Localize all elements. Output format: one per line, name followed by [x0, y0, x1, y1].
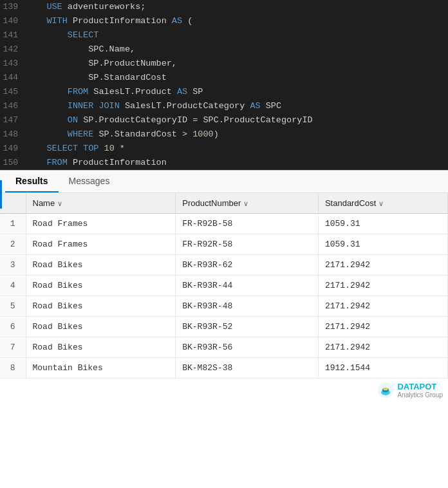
line-number: 147 — [0, 113, 26, 127]
code-line: 142 SPC.Name, — [0, 42, 448, 57]
name-cell: Road Bikes — [26, 317, 176, 337]
standard-cost-cell: 1059.31 — [318, 214, 447, 234]
code-line: 139 USE adventureworks; — [0, 0, 448, 14]
results-area: Results Messages Name∨ProductNumber∨Stan… — [0, 171, 448, 402]
name-cell: Road Bikes — [26, 337, 176, 358]
standard-cost-cell: 1912.1544 — [318, 358, 447, 379]
line-number: 150 — [0, 156, 26, 170]
standard-cost-cell: 2171.2942 — [318, 276, 447, 296]
table-row: 4Road BikesBK-R93R-442171.2942 — [0, 276, 448, 296]
row-number-cell: 6 — [0, 317, 26, 337]
table-column-header[interactable] — [0, 193, 26, 214]
row-number-cell: 5 — [0, 296, 26, 317]
tab-results[interactable]: Results — [5, 171, 59, 192]
row-number-cell: 8 — [0, 358, 26, 379]
standard-cost-cell: 2171.2942 — [318, 255, 447, 276]
table-column-header[interactable]: ProductNumber∨ — [176, 193, 319, 214]
line-content: SP.ProductNumber, — [26, 57, 448, 71]
code-line: 145 FROM SalesLT.Product AS SP — [0, 85, 448, 99]
datapot-logo-icon — [377, 381, 395, 399]
table-row: 5Road BikesBK-R93R-482171.2942 — [0, 296, 448, 317]
product-number-cell: BK-R93R-56 — [176, 337, 319, 358]
code-line: 150 FROM ProductInformation — [0, 156, 448, 170]
line-number: 148 — [0, 127, 26, 142]
product-number-cell: BK-M82S-38 — [176, 358, 319, 379]
line-number: 139 — [0, 0, 26, 14]
product-number-cell: FR-R92B-58 — [176, 214, 319, 234]
line-number: 144 — [0, 71, 26, 85]
row-number-cell: 3 — [0, 255, 26, 276]
row-number-cell: 4 — [0, 276, 26, 296]
name-cell: Road Frames — [26, 214, 176, 234]
code-line: 140 WITH ProductInformation AS ( — [0, 14, 448, 28]
line-number: 142 — [0, 42, 26, 57]
standard-cost-cell: 2171.2942 — [318, 296, 447, 317]
name-cell: Road Bikes — [26, 255, 176, 276]
watermark-logo: DATAPOT Analytics Group — [377, 381, 443, 399]
table-row: 1Road FramesFR-R92B-581059.31 — [0, 214, 448, 234]
code-line: 147 ON SP.ProductCategoryID = SPC.Produc… — [0, 113, 448, 127]
row-number-cell: 7 — [0, 337, 26, 358]
code-line: 148 WHERE SP.StandardCost > 1000) — [0, 127, 448, 142]
product-number-cell: BK-R93R-44 — [176, 276, 319, 296]
line-number: 143 — [0, 57, 26, 71]
line-content: INNER JOIN SalesLT.ProductCategory AS SP… — [26, 99, 448, 113]
line-content: SELECT — [26, 28, 448, 42]
product-number-cell: BK-R93R-52 — [176, 317, 319, 337]
app-container: 139 USE adventureworks;140 WITH ProductI… — [0, 0, 448, 402]
table-row: 7Road BikesBK-R93R-562171.2942 — [0, 337, 448, 358]
watermark: DATAPOT Analytics Group — [0, 379, 448, 402]
watermark-text: DATAPOT Analytics Group — [397, 382, 443, 399]
standard-cost-cell: 1059.31 — [318, 234, 447, 255]
product-number-cell: BK-R93R-48 — [176, 296, 319, 317]
line-content: SP.StandardCost — [26, 71, 448, 85]
name-cell: Road Frames — [26, 234, 176, 255]
table-row: 6Road BikesBK-R93R-522171.2942 — [0, 317, 448, 337]
line-number: 140 — [0, 14, 26, 28]
line-number: 141 — [0, 28, 26, 42]
code-line: 146 INNER JOIN SalesLT.ProductCategory A… — [0, 99, 448, 113]
line-content: WITH ProductInformation AS ( — [26, 14, 448, 28]
line-number: 149 — [0, 142, 26, 156]
tab-messages[interactable]: Messages — [59, 171, 120, 192]
row-number-cell: 1 — [0, 214, 26, 234]
table-column-header[interactable]: StandardCost∨ — [318, 193, 447, 214]
line-content: WHERE SP.StandardCost > 1000) — [26, 127, 448, 142]
code-editor: 139 USE adventureworks;140 WITH ProductI… — [0, 0, 448, 171]
line-content: FROM ProductInformation — [26, 156, 448, 170]
table-row: 3Road BikesBK-R93R-622171.2942 — [0, 255, 448, 276]
table-row: 2Road FramesFR-R92R-581059.31 — [0, 234, 448, 255]
name-cell: Mountain Bikes — [26, 358, 176, 379]
tabs-bar: Results Messages — [0, 171, 448, 193]
line-content: FROM SalesLT.Product AS SP — [26, 85, 448, 99]
line-number: 146 — [0, 99, 26, 113]
standard-cost-cell: 2171.2942 — [318, 317, 447, 337]
line-number: 145 — [0, 85, 26, 99]
line-content: SELECT TOP 10 * — [26, 142, 448, 156]
line-content: SPC.Name, — [26, 42, 448, 57]
results-table: Name∨ProductNumber∨StandardCost∨ 1Road F… — [0, 193, 448, 379]
name-cell: Road Bikes — [26, 276, 176, 296]
line-content: USE adventureworks; — [26, 0, 448, 14]
code-line: 143 SP.ProductNumber, — [0, 57, 448, 71]
table-row: 8Mountain BikesBK-M82S-381912.1544 — [0, 358, 448, 379]
name-cell: Road Bikes — [26, 296, 176, 317]
table-column-header[interactable]: Name∨ — [26, 193, 176, 214]
code-line: 141 SELECT — [0, 28, 448, 42]
row-number-cell: 2 — [0, 234, 26, 255]
code-line: 149 SELECT TOP 10 * — [0, 142, 448, 156]
left-indicator-bar — [0, 180, 2, 209]
product-number-cell: FR-R92R-58 — [176, 234, 319, 255]
svg-point-3 — [384, 388, 388, 390]
code-line: 144 SP.StandardCost — [0, 71, 448, 85]
line-content: ON SP.ProductCategoryID = SPC.ProductCat… — [26, 113, 448, 127]
standard-cost-cell: 2171.2942 — [318, 337, 447, 358]
product-number-cell: BK-R93R-62 — [176, 255, 319, 276]
